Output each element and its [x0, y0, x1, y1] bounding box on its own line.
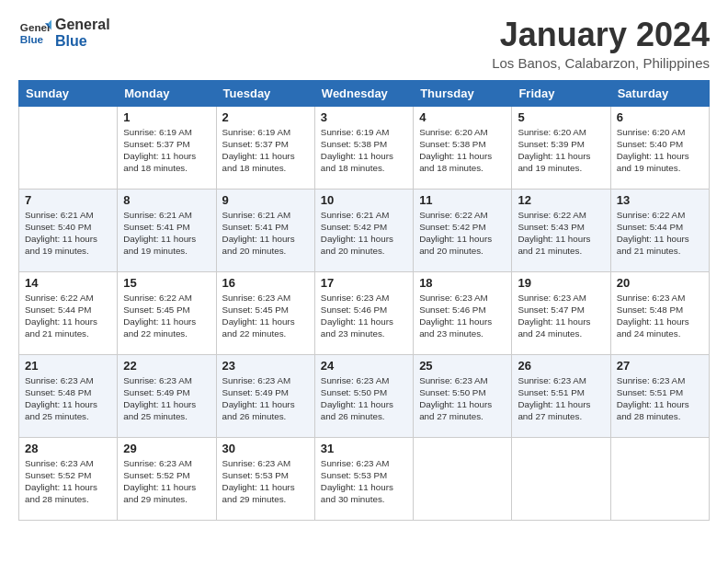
day-cell: 26Sunrise: 6:23 AMSunset: 5:51 PMDayligh…	[512, 354, 610, 437]
day-cell: 18Sunrise: 6:23 AMSunset: 5:46 PMDayligh…	[414, 271, 512, 354]
day-cell: 20Sunrise: 6:23 AMSunset: 5:48 PMDayligh…	[610, 271, 709, 354]
day-number: 29	[123, 442, 210, 455]
day-cell: 23Sunrise: 6:23 AMSunset: 5:49 PMDayligh…	[216, 354, 314, 437]
day-cell: 7Sunrise: 6:21 AMSunset: 5:40 PMDaylight…	[19, 189, 118, 271]
col-header-saturday: Saturday	[610, 80, 709, 106]
day-info: Sunrise: 6:23 AMSunset: 5:50 PMDaylight:…	[419, 374, 506, 423]
day-cell: 3Sunrise: 6:19 AMSunset: 5:38 PMDaylight…	[314, 106, 413, 189]
month-title: January 2024	[492, 17, 710, 53]
day-cell	[610, 437, 709, 520]
day-info: Sunrise: 6:23 AMSunset: 5:51 PMDaylight:…	[518, 374, 604, 423]
day-cell: 10Sunrise: 6:21 AMSunset: 5:42 PMDayligh…	[314, 189, 413, 271]
day-info: Sunrise: 6:23 AMSunset: 5:49 PMDaylight:…	[123, 374, 210, 423]
day-info: Sunrise: 6:23 AMSunset: 5:47 PMDaylight:…	[518, 292, 604, 340]
day-number: 17	[321, 276, 407, 290]
day-number: 15	[123, 276, 210, 290]
day-number: 26	[518, 359, 604, 373]
logo-general: General	[55, 17, 110, 33]
day-number: 22	[123, 359, 210, 373]
location: Los Banos, Calabarzon, Philippines	[492, 55, 710, 71]
col-header-friday: Friday	[512, 80, 610, 106]
day-cell: 12Sunrise: 6:22 AMSunset: 5:43 PMDayligh…	[512, 189, 610, 271]
day-info: Sunrise: 6:23 AMSunset: 5:52 PMDaylight:…	[25, 457, 111, 506]
day-info: Sunrise: 6:19 AMSunset: 5:37 PMDaylight:…	[222, 126, 309, 175]
day-cell: 1Sunrise: 6:19 AMSunset: 5:37 PMDaylight…	[118, 106, 216, 189]
day-number: 16	[222, 276, 309, 290]
day-cell: 29Sunrise: 6:23 AMSunset: 5:52 PMDayligh…	[118, 437, 216, 520]
day-number: 24	[321, 359, 407, 373]
day-number: 25	[419, 359, 506, 373]
day-number: 27	[617, 359, 703, 373]
day-cell: 24Sunrise: 6:23 AMSunset: 5:50 PMDayligh…	[314, 354, 413, 437]
day-cell: 16Sunrise: 6:23 AMSunset: 5:45 PMDayligh…	[216, 271, 314, 354]
title-block: January 2024 Los Banos, Calabarzon, Phil…	[492, 17, 710, 71]
day-info: Sunrise: 6:23 AMSunset: 5:52 PMDaylight:…	[123, 457, 210, 506]
day-info: Sunrise: 6:23 AMSunset: 5:48 PMDaylight:…	[25, 374, 111, 423]
col-header-sunday: Sunday	[19, 80, 118, 106]
day-info: Sunrise: 6:23 AMSunset: 5:49 PMDaylight:…	[222, 374, 309, 423]
day-cell: 17Sunrise: 6:23 AMSunset: 5:46 PMDayligh…	[314, 271, 413, 354]
day-number: 8	[123, 193, 210, 207]
day-info: Sunrise: 6:19 AMSunset: 5:37 PMDaylight:…	[123, 126, 210, 175]
day-number: 7	[25, 193, 111, 207]
day-number: 21	[25, 359, 111, 373]
day-info: Sunrise: 6:21 AMSunset: 5:41 PMDaylight:…	[222, 209, 309, 258]
svg-text:General: General	[20, 21, 51, 33]
day-number: 19	[518, 276, 604, 290]
day-number: 28	[25, 442, 111, 455]
day-info: Sunrise: 6:22 AMSunset: 5:44 PMDaylight:…	[617, 209, 703, 258]
day-cell: 9Sunrise: 6:21 AMSunset: 5:41 PMDaylight…	[216, 189, 314, 271]
day-info: Sunrise: 6:22 AMSunset: 5:43 PMDaylight:…	[518, 209, 604, 258]
day-cell: 6Sunrise: 6:20 AMSunset: 5:40 PMDaylight…	[610, 106, 709, 189]
week-row-4: 21Sunrise: 6:23 AMSunset: 5:48 PMDayligh…	[19, 354, 710, 437]
col-header-tuesday: Tuesday	[216, 80, 314, 106]
day-cell: 21Sunrise: 6:23 AMSunset: 5:48 PMDayligh…	[19, 354, 118, 437]
day-info: Sunrise: 6:23 AMSunset: 5:51 PMDaylight:…	[617, 374, 703, 423]
day-cell: 27Sunrise: 6:23 AMSunset: 5:51 PMDayligh…	[610, 354, 709, 437]
day-number: 13	[617, 193, 703, 207]
day-number: 9	[222, 193, 309, 207]
day-info: Sunrise: 6:19 AMSunset: 5:38 PMDaylight:…	[321, 126, 407, 175]
day-info: Sunrise: 6:21 AMSunset: 5:41 PMDaylight:…	[123, 209, 210, 258]
day-cell: 14Sunrise: 6:22 AMSunset: 5:44 PMDayligh…	[19, 271, 118, 354]
day-cell: 5Sunrise: 6:20 AMSunset: 5:39 PMDaylight…	[512, 106, 610, 189]
day-info: Sunrise: 6:21 AMSunset: 5:40 PMDaylight:…	[25, 209, 111, 258]
week-row-1: 1Sunrise: 6:19 AMSunset: 5:37 PMDaylight…	[19, 106, 710, 189]
day-number: 11	[419, 193, 506, 207]
day-info: Sunrise: 6:23 AMSunset: 5:53 PMDaylight:…	[321, 457, 407, 506]
header: General Blue General Blue January 2024 L…	[18, 17, 710, 71]
day-number: 10	[321, 193, 407, 207]
day-number: 5	[518, 110, 604, 124]
day-cell: 28Sunrise: 6:23 AMSunset: 5:52 PMDayligh…	[19, 437, 118, 520]
day-number: 6	[617, 110, 703, 124]
day-info: Sunrise: 6:22 AMSunset: 5:44 PMDaylight:…	[25, 292, 111, 340]
svg-text:Blue: Blue	[20, 33, 44, 45]
day-number: 14	[25, 276, 111, 290]
day-info: Sunrise: 6:23 AMSunset: 5:50 PMDaylight:…	[321, 374, 407, 423]
day-cell	[19, 106, 118, 189]
week-row-3: 14Sunrise: 6:22 AMSunset: 5:44 PMDayligh…	[19, 271, 710, 354]
day-number: 1	[123, 110, 210, 124]
week-row-5: 28Sunrise: 6:23 AMSunset: 5:52 PMDayligh…	[19, 437, 710, 520]
day-cell: 8Sunrise: 6:21 AMSunset: 5:41 PMDaylight…	[118, 189, 216, 271]
col-header-wednesday: Wednesday	[314, 80, 413, 106]
day-cell: 11Sunrise: 6:22 AMSunset: 5:42 PMDayligh…	[414, 189, 512, 271]
day-info: Sunrise: 6:23 AMSunset: 5:53 PMDaylight:…	[222, 457, 309, 506]
day-info: Sunrise: 6:20 AMSunset: 5:39 PMDaylight:…	[518, 126, 604, 175]
day-cell	[414, 437, 512, 520]
day-info: Sunrise: 6:20 AMSunset: 5:40 PMDaylight:…	[617, 126, 703, 175]
day-info: Sunrise: 6:21 AMSunset: 5:42 PMDaylight:…	[321, 209, 407, 258]
day-info: Sunrise: 6:22 AMSunset: 5:42 PMDaylight:…	[419, 209, 506, 258]
day-number: 2	[222, 110, 309, 124]
day-number: 23	[222, 359, 309, 373]
logo: General Blue General Blue	[18, 17, 110, 50]
logo-blue: Blue	[55, 33, 110, 50]
col-header-thursday: Thursday	[414, 80, 512, 106]
day-cell: 4Sunrise: 6:20 AMSunset: 5:38 PMDaylight…	[414, 106, 512, 189]
week-row-2: 7Sunrise: 6:21 AMSunset: 5:40 PMDaylight…	[19, 189, 710, 271]
day-number: 12	[518, 193, 604, 207]
day-cell: 31Sunrise: 6:23 AMSunset: 5:53 PMDayligh…	[314, 437, 413, 520]
day-cell: 2Sunrise: 6:19 AMSunset: 5:37 PMDaylight…	[216, 106, 314, 189]
day-cell	[512, 437, 610, 520]
day-cell: 13Sunrise: 6:22 AMSunset: 5:44 PMDayligh…	[610, 189, 709, 271]
